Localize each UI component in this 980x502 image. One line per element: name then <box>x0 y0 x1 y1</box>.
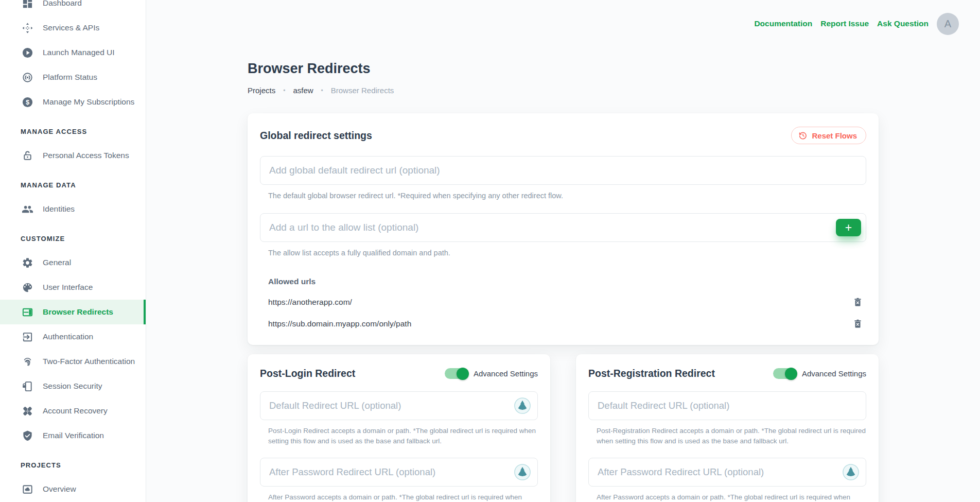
avatar-initial: A <box>944 18 951 30</box>
post-registration-default-field-group: Post-Registration Redirect accepts a dom… <box>588 391 866 446</box>
advanced-settings-label: Advanced Settings <box>802 369 866 378</box>
sidebar-item-label: Launch Managed UI <box>43 48 115 57</box>
sidebar-item-user-interface[interactable]: User Interface <box>0 275 146 300</box>
sidebar-item-label: Email Verification <box>43 431 104 440</box>
post-login-card-title: Post-Login Redirect <box>260 368 355 379</box>
sidebar-item-label: Services & APIs <box>43 23 99 32</box>
sidebar-item-label: Personal Access Tokens <box>43 151 129 160</box>
play-circle-icon <box>22 47 33 59</box>
post-registration-after-password-url-input[interactable] <box>588 458 866 487</box>
page-content: Browser Redirects Projects • asfew • Bro… <box>248 61 879 502</box>
post-login-after-password-field-group: After Password accepts a domain or path.… <box>260 458 538 502</box>
services-dpad-icon <box>22 22 33 34</box>
breadcrumb-separator: • <box>283 87 285 94</box>
global-card-title: Global redirect settings <box>260 130 372 142</box>
sidebar-item-label: Dashboard <box>43 0 82 8</box>
allowed-url-text: https://anotherapp.com/ <box>268 298 352 307</box>
autofill-mountain-icon[interactable] <box>842 463 860 481</box>
browser-window-icon <box>22 306 33 318</box>
allow-list-help: The allow list accepts a fully qualified… <box>268 248 866 258</box>
reset-flows-button[interactable]: Reset Flows <box>791 127 866 144</box>
allowed-url-text: https://sub.domain.myapp.com/only/path <box>268 319 411 328</box>
sidebar-item-identities[interactable]: Identities <box>0 197 146 221</box>
post-registration-after-password-field-group: After Password accepts a domain or path.… <box>588 458 866 502</box>
post-login-after-password-url-input[interactable] <box>260 458 538 487</box>
allowed-url-row: https://anotherapp.com/ <box>268 297 866 308</box>
allowed-urls-title: Allowed urls <box>268 277 866 286</box>
sidebar-item-label: Browser Redirects <box>43 307 113 317</box>
sidebar-item-account-recovery[interactable]: Account Recovery <box>0 399 146 423</box>
sidebar-section-manage-access: MANAGE ACCESS <box>0 114 146 143</box>
sidebar-section-projects: PROJECTS <box>0 448 146 477</box>
delete-url-button[interactable] <box>852 318 863 330</box>
sidebar-item-session-security[interactable]: Session Security <box>0 374 146 399</box>
dollar-circle-icon: $ <box>22 96 33 108</box>
breadcrumb-separator: • <box>321 87 323 94</box>
sidebar-item-general[interactable]: General <box>0 250 146 275</box>
sidebar-item-authentication[interactable]: Authentication <box>0 324 146 349</box>
topbar: Documentation Report Issue Ask Question … <box>146 0 980 47</box>
sidebar-item-label: Manage My Subscriptions <box>43 97 134 107</box>
sidebar-item-label: Two-Factor Authentication <box>43 357 135 366</box>
breadcrumb-projects[interactable]: Projects <box>248 86 275 95</box>
reset-flows-label: Reset Flows <box>812 131 857 140</box>
dashboard-icon <box>22 0 33 9</box>
post-registration-card-title: Post-Registration Redirect <box>588 368 715 379</box>
autofill-mountain-icon[interactable] <box>514 463 531 481</box>
sidebar-item-label: Overview <box>43 484 76 494</box>
people-icon <box>22 203 33 215</box>
delete-url-button[interactable] <box>852 297 863 308</box>
global-default-url-help: The default global browser redirect url.… <box>268 191 866 201</box>
documentation-link[interactable]: Documentation <box>754 19 812 28</box>
sidebar-item-label: User Interface <box>43 283 93 292</box>
sidebar-item-manage-subscriptions[interactable]: $ Manage My Subscriptions <box>0 90 146 114</box>
allow-list-url-input[interactable] <box>260 213 866 242</box>
sidebar-section-manage-data: MANAGE DATA <box>0 168 146 197</box>
report-issue-link[interactable]: Report Issue <box>820 19 869 28</box>
history-icon <box>798 131 808 140</box>
healing-icon <box>22 405 33 417</box>
gear-icon <box>22 257 33 269</box>
page-title: Browser Redirects <box>248 61 879 77</box>
allow-list-field-group: + The allow list accepts a fully qualifi… <box>260 213 866 258</box>
post-registration-redirect-card: Post-Registration Redirect Advanced Sett… <box>576 354 879 502</box>
sidebar-item-services-apis[interactable]: Services & APIs <box>0 15 146 40</box>
sidebar-item-overview[interactable]: Overview <box>0 477 146 501</box>
sidebar-item-two-factor-authentication[interactable]: Two-Factor Authentication <box>0 349 146 374</box>
sidebar-item-personal-access-tokens[interactable]: Personal Access Tokens <box>0 143 146 168</box>
padlock-icon <box>22 150 33 162</box>
post-login-after-password-help: After Password accepts a domain or path.… <box>268 492 538 502</box>
advanced-settings-toggle[interactable] <box>445 368 468 379</box>
advanced-settings-toggle[interactable] <box>773 368 796 379</box>
post-registration-after-password-help: After Password accepts a domain or path.… <box>597 492 866 502</box>
sidebar-item-label: Session Security <box>43 382 102 391</box>
post-registration-default-help: Post-Registration Redirect accepts a dom… <box>597 426 866 446</box>
post-login-redirect-card: Post-Login Redirect Advanced Settings <box>248 354 550 502</box>
overview-image-icon <box>22 483 33 495</box>
autofill-mountain-icon[interactable] <box>514 397 531 414</box>
post-registration-default-url-input[interactable] <box>588 391 866 420</box>
sidebar-item-browser-redirects[interactable]: Browser Redirects <box>0 300 146 324</box>
breadcrumb-project-name[interactable]: asfew <box>293 86 313 95</box>
add-url-button[interactable]: + <box>836 219 861 236</box>
post-login-default-help: Post-Login Redirect accepts a domain or … <box>268 426 538 446</box>
sidebar-section-customize: CUSTOMIZE <box>0 221 146 250</box>
global-default-url-field-group: The default global browser redirect url.… <box>260 156 866 201</box>
trash-icon <box>852 323 863 331</box>
advanced-settings-label: Advanced Settings <box>474 369 538 378</box>
sidebar-item-email-verification[interactable]: Email Verification <box>0 423 146 448</box>
ask-question-link[interactable]: Ask Question <box>877 19 929 28</box>
main-area: Documentation Report Issue Ask Question … <box>146 0 980 502</box>
platform-status-icon <box>22 72 33 83</box>
exit-to-app-icon <box>22 331 33 343</box>
post-login-default-url-input[interactable] <box>260 391 538 420</box>
allowed-url-row: https://sub.domain.myapp.com/only/path <box>268 318 866 330</box>
sidebar-item-label: Authentication <box>43 332 93 341</box>
avatar[interactable]: A <box>937 13 959 35</box>
sidebar-item-dashboard[interactable]: Dashboard <box>0 0 146 15</box>
global-default-url-input[interactable] <box>260 156 866 185</box>
sidebar-item-platform-status[interactable]: Platform Status <box>0 65 146 90</box>
plus-icon: + <box>845 221 852 234</box>
trash-icon <box>852 302 863 309</box>
sidebar-item-launch-managed-ui[interactable]: Launch Managed UI <box>0 40 146 65</box>
